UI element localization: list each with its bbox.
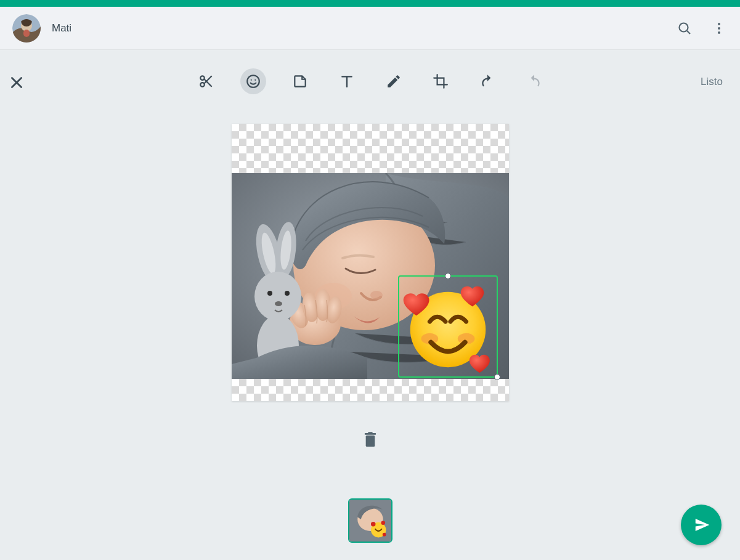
svg-point-15 <box>250 79 251 81</box>
tool-cut[interactable] <box>193 68 219 94</box>
svg-rect-2 <box>23 30 30 37</box>
delete-sticker-button[interactable] <box>364 432 377 450</box>
svg-point-6 <box>718 27 720 30</box>
svg-line-4 <box>687 31 690 34</box>
svg-rect-40 <box>365 436 375 447</box>
done-button[interactable]: Listo <box>701 76 723 88</box>
chat-header: Mati <box>0 7 740 50</box>
svg-point-7 <box>718 31 720 34</box>
svg-point-34 <box>285 291 290 296</box>
svg-point-35 <box>275 301 282 306</box>
emoji-sticker-selection[interactable] <box>398 275 498 378</box>
selection-handle-top[interactable] <box>445 273 451 279</box>
tool-crop[interactable] <box>428 68 453 94</box>
svg-point-33 <box>267 291 272 296</box>
search-icon[interactable] <box>676 20 693 37</box>
editor-canvas[interactable] <box>232 124 509 401</box>
tool-emoji[interactable] <box>240 68 266 94</box>
canvas-transparency-bottom <box>232 379 509 401</box>
svg-rect-42 <box>368 432 372 434</box>
canvas-transparency-top <box>232 124 509 173</box>
close-editor-button[interactable] <box>9 75 25 93</box>
svg-point-3 <box>680 23 688 31</box>
editor-toolbar <box>193 68 547 94</box>
thumbnail-selected[interactable] <box>348 498 392 543</box>
contact-avatar[interactable] <box>12 14 41 43</box>
send-button[interactable] <box>681 505 722 545</box>
svg-point-47 <box>381 521 385 525</box>
tool-undo[interactable] <box>474 68 500 94</box>
image-editor: Listo <box>0 50 740 560</box>
tool-sticker[interactable] <box>287 68 313 94</box>
svg-point-14 <box>247 75 259 87</box>
svg-point-32 <box>254 272 301 321</box>
selection-handle-bottom-right[interactable] <box>494 374 500 380</box>
svg-point-16 <box>254 79 256 81</box>
tool-draw[interactable] <box>381 68 407 94</box>
tool-text[interactable] <box>334 68 360 94</box>
svg-point-21 <box>370 291 383 299</box>
svg-point-48 <box>382 533 386 537</box>
menu-dots-icon[interactable] <box>710 20 728 37</box>
tool-redo <box>521 68 547 94</box>
thumbnail-strip <box>348 498 392 543</box>
app-top-accent-bar <box>0 0 740 7</box>
contact-name: Mati <box>52 22 659 34</box>
svg-point-5 <box>718 23 720 25</box>
svg-point-46 <box>370 522 375 527</box>
